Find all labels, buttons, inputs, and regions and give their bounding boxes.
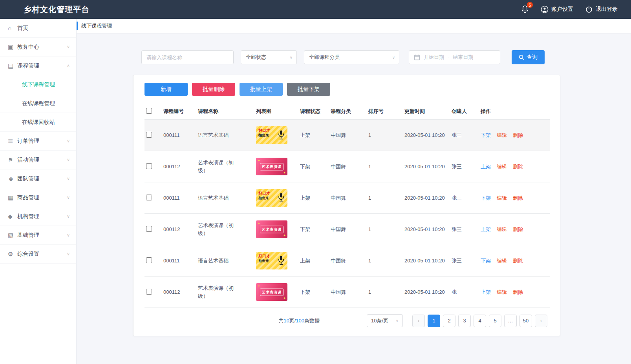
update-time-cell: 2020-05-01 10:20 [403,214,450,245]
page-button-5[interactable]: 5 [489,315,501,327]
course-table: 课程编号课程名称列表图课程状态课程分类排序号更新时间创建人操作 000111语言… [144,104,550,308]
summary-part: 100 [296,318,304,324]
grid-icon: ▧ [8,232,17,239]
batch-put-on-button[interactable]: 批量上架 [240,83,283,96]
page-ellipsis[interactable]: … [504,315,517,327]
sidebar-item-goods-management[interactable]: ▦商品管理∨ [0,188,76,207]
power-icon [585,5,593,13]
put-on-action-link[interactable]: 上架 [481,164,491,169]
delete-action-link[interactable]: 删除 [513,132,523,138]
page-button-4[interactable]: 4 [474,315,486,327]
course-thumb-yellow-microphone: 好口才拍出来 [256,189,287,207]
column-header-sort-no: 排序号 [367,104,403,120]
table-row: 000111语言艺术基础好口才拍出来上架中国舞12020-05-01 10:20… [144,245,550,277]
sidebar-item-team-management[interactable]: ☻团队管理∨ [0,169,76,188]
sidebar-subitem-online-course[interactable]: 在线课程管理 [0,94,76,113]
home-icon: ⌂ [8,25,17,31]
select-all-cell [144,104,162,120]
edit-action-link[interactable]: 编辑 [497,195,507,201]
row-checkbox[interactable] [146,163,152,169]
sidebar-item-academic-center[interactable]: ▣教务中心∨ [0,38,76,56]
edit-action-link[interactable]: 编辑 [497,258,507,264]
next-page-button[interactable]: › [535,315,547,327]
category-select-value: 全部课程分类 [309,54,340,61]
sidebar-item-home[interactable]: ⌂首页 [0,19,76,38]
top-navbar: 乡村文化管理平台 5 账户设置 退出登录 [0,0,631,19]
column-header-course-category: 课程分类 [329,104,367,120]
app-title: 乡村文化管理平台 [24,4,90,15]
summary-part: 共 [278,318,283,324]
account-settings-button[interactable]: 账户设置 [541,5,573,13]
page-button-50[interactable]: 50 [519,315,532,327]
delete-action-link[interactable]: 删除 [513,195,523,201]
chevron-down-icon: ∨ [67,251,70,257]
column-header-course-name: 课程名称 [196,104,254,120]
thumb-text: 艺术表演课 [260,163,283,170]
column-header-actions: 操作 [479,104,550,120]
page-button-1[interactable]: 1 [428,315,440,327]
edit-action-link[interactable]: 编辑 [497,132,507,138]
chevron-down-icon: ∨ [67,233,70,238]
table-row: 000112艺术表演课（初级）✦艺术表演课✦下架中国舞12020-05-01 1… [144,214,550,245]
sidebar-item-general-settings[interactable]: ⚙综合设置∨ [0,245,76,264]
edit-action-link[interactable]: 编辑 [497,289,507,295]
table-row: 000111语言艺术基础好口才拍出来上架中国舞12020-05-01 10:20… [144,182,550,214]
put-on-action-link[interactable]: 上架 [481,289,491,295]
category-select[interactable]: 全部课程分类 ∨ [304,50,399,64]
row-checkbox[interactable] [146,226,152,232]
status-select[interactable]: 全部状态 ∨ [241,50,297,64]
row-checkbox[interactable] [146,132,152,138]
date-range-picker[interactable]: 开始日期 - 结束日期 [409,50,500,64]
take-down-action-link[interactable]: 下架 [481,258,491,264]
sidebar-item-order-management[interactable]: ☰订单管理∨ [0,132,76,151]
date-start-placeholder: 开始日期 [424,54,444,61]
course-category-cell: 中国舞 [329,151,367,182]
sidebar-subitem-online-course-recycle[interactable]: 在线课回收站 [0,113,76,132]
row-checkbox[interactable] [146,289,152,295]
row-checkbox[interactable] [146,257,152,263]
course-category-cell: 中国舞 [329,214,367,245]
edit-action-link[interactable]: 编辑 [497,226,507,232]
sidebar-subitem-label: 在线课程管理 [22,100,70,107]
course-thumb-yellow-microphone: 好口才拍出来 [256,252,287,269]
sidebar-item-basic-management[interactable]: ▧基础管理∨ [0,226,76,245]
take-down-action-link[interactable]: 下架 [481,195,491,201]
page-size-value: 10条/页 [371,317,388,324]
creator-cell: 张三 [450,277,479,308]
thumb-text: 艺术表演课 [260,288,283,296]
prev-page-button[interactable]: ‹ [412,315,425,327]
query-button[interactable]: 查询 [512,50,545,64]
sidebar-item-course-management[interactable]: ▤课程管理∧ [0,56,76,75]
add-button[interactable]: 新增 [144,83,188,96]
sidebar-item-org-management[interactable]: ◆机构管理∨ [0,207,76,226]
chevron-down-icon: ∨ [392,55,395,60]
page-button-3[interactable]: 3 [458,315,471,327]
put-on-action-link[interactable]: 上架 [481,226,491,232]
book-icon: ▤ [8,62,17,69]
logout-button[interactable]: 退出登录 [585,5,618,13]
page-size-select[interactable]: 10条/页 ∨ [367,314,403,327]
select-all-checkbox[interactable] [146,108,152,114]
table-row: 000111语言艺术基础好口才拍出来上架中国舞12020-05-01 10:20… [144,120,550,151]
delete-action-link[interactable]: 删除 [513,226,523,232]
sort-no-cell: 1 [367,120,403,151]
take-down-action-link[interactable]: 下架 [481,132,491,138]
sidebar-item-label: 教务中心 [17,44,67,51]
row-checkbox-cell [144,182,162,214]
account-settings-label: 账户设置 [551,6,573,13]
column-header-list-image: 列表图 [254,104,298,120]
creator-cell: 张三 [450,182,479,214]
logout-label: 退出登录 [596,6,618,13]
row-checkbox[interactable] [146,195,152,200]
sidebar-subitem-offline-course[interactable]: 线下课程管理 [0,75,76,94]
notifications-button[interactable]: 5 [521,5,529,14]
sidebar-item-activity-management[interactable]: ⚑活动管理∨ [0,151,76,169]
delete-action-link[interactable]: 删除 [513,164,523,169]
edit-action-link[interactable]: 编辑 [497,164,507,169]
batch-delete-button[interactable]: 批量删除 [192,83,235,96]
page-button-2[interactable]: 2 [443,315,455,327]
batch-take-down-button[interactable]: 批量下架 [287,83,330,96]
delete-action-link[interactable]: 删除 [513,258,523,264]
delete-action-link[interactable]: 删除 [513,289,523,295]
course-name-input[interactable] [141,50,234,64]
